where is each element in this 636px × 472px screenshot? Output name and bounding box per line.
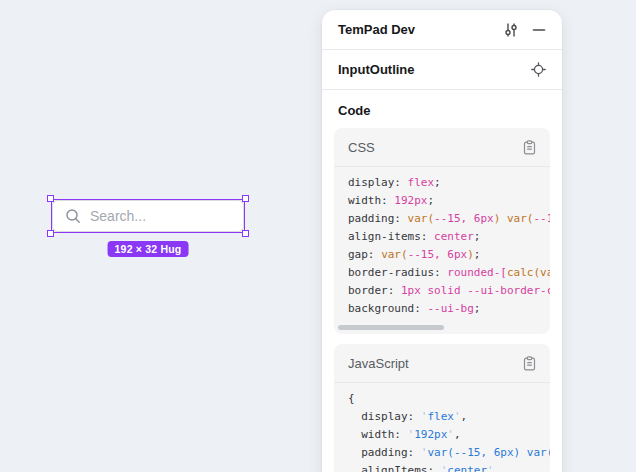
horizontal-scrollbar[interactable] xyxy=(338,325,444,330)
selected-node-name: InputOutline xyxy=(338,62,415,77)
minimize-button[interactable] xyxy=(532,23,546,37)
selection-handle-se[interactable] xyxy=(242,230,249,237)
selection-handle-ne[interactable] xyxy=(242,195,249,202)
selected-node-row: InputOutline xyxy=(322,50,562,90)
css-block-label: CSS xyxy=(348,140,375,155)
sliders-icon[interactable] xyxy=(503,22,519,38)
selection-handle-sw[interactable] xyxy=(47,230,54,237)
tempad-dev-panel: TemPad Dev InputOutline xyxy=(322,10,562,472)
search-input[interactable]: Search... xyxy=(52,200,244,232)
js-block-label: JavaScript xyxy=(348,356,409,371)
search-icon xyxy=(65,208,81,224)
css-code[interactable]: display: flex;width: 192px;padding: var(… xyxy=(334,167,550,334)
js-code[interactable]: { display: 'flex', width: '192px', paddi… xyxy=(334,383,550,472)
locate-icon[interactable] xyxy=(531,62,546,77)
dimensions-badge: 192 × 32 Hug xyxy=(108,241,189,257)
css-block-header: CSS xyxy=(334,128,550,167)
css-code-block: CSS display: flex;width: 192px;padding: … xyxy=(334,128,550,334)
code-section-title: Code xyxy=(338,103,546,118)
copy-icon[interactable] xyxy=(523,140,536,155)
js-code-block: JavaScript { display: 'flex', width: '19… xyxy=(334,344,550,472)
panel-title: TemPad Dev xyxy=(338,22,415,37)
search-input-component[interactable]: Search... 192 × 32 Hug xyxy=(52,200,244,232)
search-placeholder: Search... xyxy=(90,208,146,224)
copy-icon[interactable] xyxy=(523,356,536,371)
js-block-header: JavaScript xyxy=(334,344,550,383)
panel-header: TemPad Dev xyxy=(322,10,562,50)
